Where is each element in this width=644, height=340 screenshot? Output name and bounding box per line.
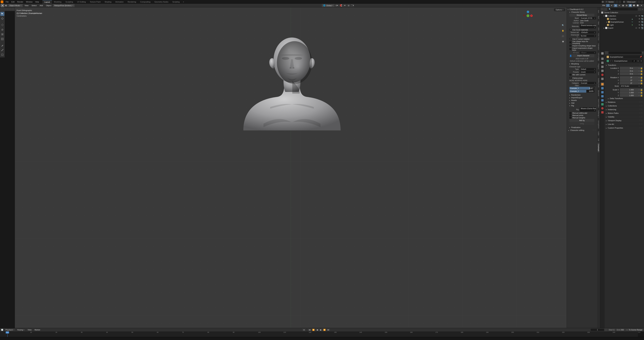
- lock-icon[interactable]: 🔓: [641, 67, 642, 69]
- persp-ortho-icon[interactable]: ▦: [561, 39, 565, 43]
- retopoflow-dropdown[interactable]: RetopoFlow (broken)▾: [53, 4, 75, 7]
- clamp-props-check[interactable]: Clamp props: [569, 77, 596, 79]
- shading-options[interactable]: ▾: [640, 4, 643, 7]
- tab-atmosphere[interactable]: Atmosphere: [598, 119, 600, 130]
- workspace-animation[interactable]: Animation: [113, 0, 126, 4]
- selmode-1[interactable]: [0, 8, 3, 10]
- scene-browse-icon[interactable]: [602, 1, 604, 3]
- reload-library-button[interactable]: Reload library: [569, 14, 594, 16]
- viewport-3d[interactable]: Front Orthographic (1) Collection | Exam…: [15, 7, 566, 328]
- viewport-options-dropdown[interactable]: Options ▾: [554, 8, 565, 11]
- prop-tab-physics[interactable]: [600, 94, 604, 98]
- use-shapekeys-check[interactable]: Use shape keys for morphing: [569, 40, 596, 44]
- scale-y-field[interactable]: 1.000🔓: [620, 91, 643, 94]
- menu-edit[interactable]: Edit: [10, 0, 16, 4]
- base-dropdown[interactable]: Example (CC0): [580, 17, 596, 19]
- workspace-add-button[interactable]: +: [182, 1, 185, 3]
- start-frame-field[interactable]: Start1: [608, 329, 615, 331]
- tab-charmorph[interactable]: CharMorph: [598, 143, 600, 153]
- auto-keying-toggle[interactable]: ●: [302, 329, 306, 331]
- viewlayer-del-button[interactable]: [641, 0, 643, 3]
- jump-first-button[interactable]: ⏮: [308, 329, 312, 331]
- manual-weights-check[interactable]: Manual weights: [569, 117, 596, 119]
- prop-tab-modifier[interactable]: [600, 86, 604, 90]
- tab-blendar[interactable]: BlendAR: [598, 89, 600, 98]
- rotate-tool[interactable]: [0, 28, 4, 32]
- workspace-texpaint[interactable]: Texture Paint: [88, 0, 102, 4]
- use-local-materials-check[interactable]: Use local materials: [569, 29, 596, 31]
- editor-type-selector[interactable]: [1, 4, 4, 7]
- delta-transform-section[interactable]: Delta Transform: [606, 97, 643, 100]
- prop-tab-texture[interactable]: [600, 111, 604, 114]
- mesh-users-count[interactable]: 2: [632, 60, 636, 62]
- outliner-editor-type[interactable]: [601, 8, 604, 10]
- shading-wireframe-icon[interactable]: ⊞: [625, 4, 628, 7]
- prop-tab-object[interactable]: [600, 82, 604, 86]
- annotate-tool[interactable]: [0, 43, 4, 47]
- pivot-point[interactable]: ⊙▾: [335, 4, 339, 7]
- selmode-5[interactable]: [12, 8, 14, 10]
- outliner-filter-button[interactable]: [638, 8, 641, 10]
- prop-tab-particles[interactable]: [600, 90, 604, 94]
- scene-del-button[interactable]: [619, 0, 621, 3]
- randomize-section[interactable]: Randomize: [568, 94, 596, 96]
- workspace-modeling[interactable]: Modeling: [52, 0, 64, 4]
- workspace-sculpting[interactable]: Sculpting: [64, 0, 75, 4]
- character-editing-section[interactable]: Character editing⋮⋮: [568, 129, 596, 132]
- morphing-section[interactable]: Morphing: [568, 62, 596, 65]
- axis-neg-z-icon[interactable]: [527, 18, 529, 20]
- scene-new-button[interactable]: [616, 0, 618, 3]
- category-dropdown[interactable]: Example: [580, 82, 596, 84]
- object-menu[interactable]: Object: [44, 4, 53, 6]
- prop-tab-render[interactable]: [600, 57, 604, 61]
- add-cube-tool[interactable]: [0, 53, 4, 57]
- rotation-mode-dropdown[interactable]: XYZ Euler▾: [620, 85, 643, 87]
- outliner-camera-row[interactable]: Camera▲👁📷: [601, 17, 643, 20]
- axis-neg-x-icon[interactable]: [523, 14, 525, 16]
- transform-tool[interactable]: [0, 37, 4, 41]
- selmode-3[interactable]: [6, 8, 9, 10]
- tab-edit[interactable]: Edit: [598, 137, 600, 143]
- loc-z-field[interactable]: 0 m🔓: [620, 72, 643, 75]
- mix-with-current-check[interactable]: Mix with current: [569, 74, 596, 76]
- tab-softwrap[interactable]: Softwrap 2: [598, 109, 600, 119]
- end-frame-field[interactable]: End250: [616, 329, 625, 331]
- zoom-icon[interactable]: 🔍: [561, 23, 565, 27]
- play-button[interactable]: ▶: [319, 329, 323, 331]
- jump-prev-key-button[interactable]: ⏪: [312, 329, 315, 331]
- workspace-compositing[interactable]: Compositing: [138, 0, 152, 4]
- tab-xps[interactable]: XPS: [598, 26, 600, 32]
- object-breadcrumb[interactable]: ExampleHuman📌: [606, 55, 643, 59]
- prop-tab-material[interactable]: [600, 107, 604, 110]
- scene-selector[interactable]: ☒Scene: [604, 0, 615, 3]
- import-export-section[interactable]: Import/Export: [568, 96, 596, 99]
- presets-dropdown[interactable]: (reset): [580, 71, 596, 73]
- prop-tab-viewlayer[interactable]: [600, 65, 604, 69]
- workspace-layout[interactable]: Layout: [42, 0, 52, 4]
- custom-properties-section[interactable]: Custom Properties⋮⋮: [606, 126, 643, 129]
- rig-dropdown[interactable]: Mixamo (Game-Ready): [580, 107, 596, 112]
- visibility-section[interactable]: Visibility⋮⋮: [606, 115, 643, 118]
- manual-joints-check[interactable]: Manual joints: [569, 114, 596, 116]
- prop-tab-scene[interactable]: [600, 69, 604, 73]
- prop-tab-constraints[interactable]: [600, 98, 604, 102]
- morph-slider-2[interactable]: Example_20.676: [569, 90, 594, 93]
- outliner-examplehuman-row[interactable]: ▸ExampleHuman▽👁📷: [601, 20, 643, 23]
- transform-section[interactable]: Transform⋮⋮: [606, 63, 643, 67]
- rot-z-field[interactable]: 0°🔓: [620, 82, 643, 85]
- axis-y-icon[interactable]: Y: [527, 14, 529, 17]
- prop-tab-tool[interactable]: [600, 52, 604, 55]
- viewlayer-new-button[interactable]: [638, 0, 640, 3]
- proportional-edit[interactable]: ◎⌒▾: [347, 4, 354, 7]
- relations-section[interactable]: Relations⋮⋮: [606, 100, 643, 104]
- select-menu[interactable]: Select: [30, 4, 38, 6]
- texture-set-dropdown[interactable]: <Default>: [580, 31, 596, 34]
- menu-file[interactable]: File: [4, 0, 10, 4]
- workspace-shading[interactable]: Shading: [103, 0, 113, 4]
- timeline-ruler[interactable]: 1 11020304050607080901001101201301401501…: [0, 332, 644, 337]
- jump-next-key-button[interactable]: ⏩: [323, 329, 326, 331]
- type-dropdown[interactable]: Default: [580, 68, 596, 70]
- collection-row[interactable]: ▾Collection☑👁📷: [601, 14, 643, 17]
- axis-z-icon[interactable]: Z: [527, 11, 529, 13]
- props-editor-type[interactable]: [605, 51, 608, 54]
